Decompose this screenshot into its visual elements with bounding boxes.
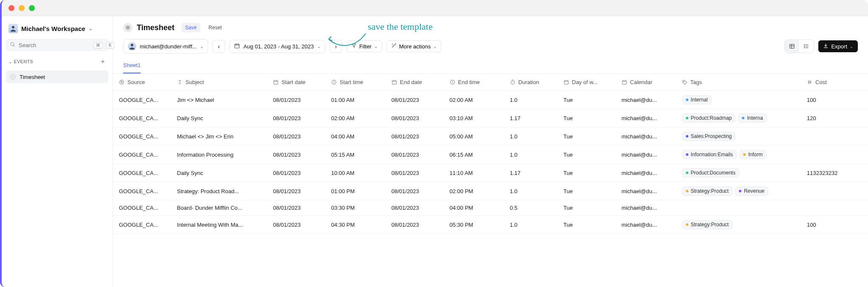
column-header-calendar[interactable]: Calendar: [616, 74, 676, 91]
table-scroll[interactable]: SourceSubjectStart dateStart timeEnd dat…: [113, 74, 868, 287]
table-row[interactable]: GOOGLE_CA...Strategy: Product Road...08/…: [113, 182, 868, 200]
add-event-button[interactable]: ＋: [100, 58, 106, 65]
column-header-subject[interactable]: Subject: [171, 74, 267, 91]
cell-source: GOOGLE_CA...: [113, 146, 171, 164]
svg-point-10: [393, 46, 394, 46]
cell-end_date: 08/01/2023: [386, 164, 444, 182]
tag-chip[interactable]: Product:Documents: [682, 168, 739, 177]
cell-start_time: 01:00 AM: [325, 91, 386, 109]
page-header: Timesheet Save Reset save the template: [113, 16, 868, 37]
sheet-tabs: Sheet1: [113, 59, 868, 74]
workspace-name: Michael's Workspace: [21, 25, 85, 32]
view-mode-list-button[interactable]: [799, 40, 814, 53]
column-header-source[interactable]: Source: [113, 74, 171, 91]
column-header-start_date[interactable]: Start date: [267, 74, 325, 91]
calendar-icon: [564, 79, 569, 85]
maximize-window-icon[interactable]: [29, 5, 35, 11]
tab-sheet1[interactable]: Sheet1: [123, 59, 141, 73]
column-header-label: Start time: [340, 79, 364, 85]
cell-calendar: michael@du...: [616, 216, 676, 234]
tag-chip[interactable]: Information:Emails: [682, 150, 737, 159]
search-input[interactable]: [19, 42, 90, 48]
svg-line-44: [809, 80, 809, 84]
reset-button[interactable]: Reset: [205, 23, 225, 32]
column-header-day_of_week[interactable]: Day of w...: [558, 74, 616, 91]
save-button[interactable]: Save: [181, 23, 200, 32]
cell-day_of_week: Tue: [558, 146, 616, 164]
tag-chip[interactable]: Strategy:Product: [682, 186, 733, 196]
column-header-label: End time: [458, 79, 480, 85]
table-row[interactable]: GOOGLE_CA...Internal Meeting With Ma...0…: [113, 216, 868, 234]
tag-label: Product:Roadmap: [691, 115, 732, 121]
tag-label: Inform: [748, 152, 763, 158]
chevron-down-icon: ⌄: [374, 44, 378, 49]
table-row[interactable]: GOOGLE_CA...Daily Sync08/01/202302:00 AM…: [113, 109, 868, 127]
workspace-switcher[interactable]: Michael's Workspace ⌄: [6, 22, 108, 35]
tags-container: Sales:Prospecting: [682, 132, 795, 141]
tag-chip[interactable]: Revenue: [735, 186, 768, 196]
tag-chip[interactable]: Interna: [738, 113, 767, 123]
cell-cost: 100: [801, 91, 868, 109]
user-picker[interactable]: michael@dunder-miff... ⌄: [123, 39, 208, 53]
svg-rect-27: [392, 81, 396, 84]
cell-day_of_week: Tue: [558, 109, 616, 127]
cell-day_of_week: Tue: [558, 91, 616, 109]
cell-subject: Michael <> Jim <> Erin: [171, 127, 267, 146]
column-header-label: Duration: [519, 79, 539, 85]
tag-label: Revenue: [744, 188, 764, 194]
table-row[interactable]: GOOGLE_CA...Board- Dunder Mifflin Co...0…: [113, 200, 868, 216]
chevron-down-icon: ⌄: [200, 44, 203, 49]
column-header-end_date[interactable]: End date: [386, 74, 444, 91]
table-row[interactable]: GOOGLE_CA...Jim <> Michael08/01/202301:0…: [113, 91, 868, 109]
column-header-tags[interactable]: Tags: [676, 74, 801, 91]
column-header-cost[interactable]: Cost: [801, 74, 868, 91]
cell-subject: Information Processing: [171, 146, 267, 164]
cell-calendar: michael@du...: [616, 127, 676, 146]
workspace-avatar-icon: [8, 24, 18, 33]
view-mode-table-button[interactable]: [785, 40, 799, 53]
svg-point-9: [392, 44, 392, 45]
column-header-duration[interactable]: Duration: [504, 74, 558, 91]
tag-color-icon: [686, 190, 688, 192]
close-window-icon[interactable]: [8, 5, 14, 11]
date-range-picker[interactable]: Aug 01, 2023 - Aug 31, 2023 ⌄: [229, 40, 325, 53]
column-header-start_time[interactable]: Start time: [325, 74, 386, 91]
search-input-wrap[interactable]: ⌘ K: [6, 39, 108, 51]
svg-point-41: [683, 81, 684, 82]
prev-period-button[interactable]: ‹: [212, 40, 225, 53]
column-header-end_time[interactable]: End time: [444, 74, 504, 91]
sidebar-section-header[interactable]: ⌄ EVENTS ＋: [6, 55, 108, 66]
cell-subject: Strategy: Product Road...: [171, 182, 267, 200]
sidebar-section-label: EVENTS: [14, 59, 33, 64]
table-row[interactable]: GOOGLE_CA...Michael <> Jim <> Erin08/01/…: [113, 127, 868, 146]
main-panel: Timesheet Save Reset save the template: [113, 16, 868, 287]
table-row[interactable]: GOOGLE_CA...Information Processing08/01/…: [113, 146, 868, 164]
svg-marker-21: [121, 81, 122, 83]
more-actions-label: More actions: [399, 43, 431, 50]
tags-container: Strategy:ProductRevenue: [682, 186, 795, 196]
table-row[interactable]: GOOGLE_CA...Daily Sync08/01/202310:00 AM…: [113, 164, 868, 182]
tag-chip[interactable]: Product:Roadmap: [682, 113, 736, 123]
cell-source: GOOGLE_CA...: [113, 164, 171, 182]
text-icon: [177, 79, 183, 85]
sidebar-item-timesheet[interactable]: Timesheet: [6, 70, 108, 83]
page-title: Timesheet: [137, 23, 175, 32]
column-header-label: Day of w...: [572, 79, 598, 85]
tag-chip[interactable]: Sales:Prospecting: [682, 132, 736, 141]
cell-end_date: 08/01/2023: [386, 200, 444, 216]
tag-chip[interactable]: Strategy:Product: [682, 220, 733, 229]
tag-chip[interactable]: Inform: [739, 150, 767, 159]
cell-tags: [676, 200, 801, 216]
tag-color-icon: [686, 223, 688, 226]
svg-line-45: [810, 80, 811, 84]
cell-tags: Information:EmailsInform: [676, 146, 801, 164]
svg-point-4: [131, 44, 133, 46]
export-button[interactable]: Export ⌄: [818, 40, 858, 52]
more-actions-button[interactable]: More actions ⌄: [386, 40, 441, 52]
tag-label: Internal: [691, 97, 708, 103]
cell-calendar: michael@du...: [616, 109, 676, 127]
minimize-window-icon[interactable]: [19, 5, 25, 11]
chevron-down-icon: ⌄: [433, 44, 437, 49]
cell-cost: 120: [801, 109, 868, 127]
tag-chip[interactable]: Internal: [682, 95, 712, 104]
